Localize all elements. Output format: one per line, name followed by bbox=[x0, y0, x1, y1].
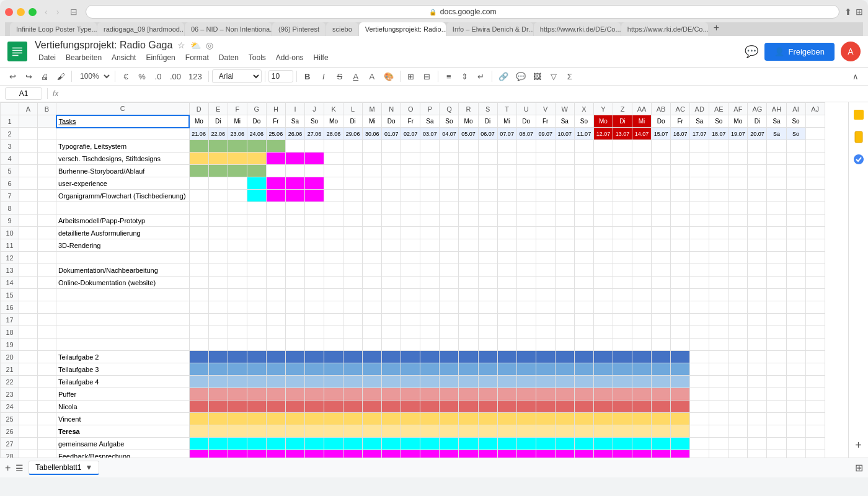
date-cell[interactable] bbox=[748, 177, 767, 190]
date-cell[interactable] bbox=[652, 425, 671, 438]
date-cell[interactable] bbox=[478, 190, 497, 202]
cell-U2[interactable]: 08.07 bbox=[516, 128, 536, 140]
date-cell[interactable] bbox=[671, 202, 690, 215]
date-cell[interactable] bbox=[343, 177, 363, 190]
date-cell[interactable] bbox=[363, 140, 382, 153]
date-cell[interactable] bbox=[632, 289, 652, 301]
align-vertical-button[interactable]: ⇕ bbox=[458, 70, 472, 83]
date-cell[interactable] bbox=[555, 227, 574, 239]
date-cell[interactable] bbox=[304, 289, 324, 301]
date-cell[interactable] bbox=[690, 363, 709, 376]
date-cell[interactable] bbox=[343, 289, 363, 301]
date-cell[interactable] bbox=[767, 227, 786, 239]
date-cell[interactable] bbox=[382, 140, 401, 153]
cell-AJ1[interactable] bbox=[805, 115, 825, 128]
date-cell[interactable] bbox=[420, 388, 440, 401]
date-cell[interactable] bbox=[401, 252, 420, 264]
date-cell[interactable] bbox=[189, 190, 208, 202]
row-number[interactable]: 20 bbox=[1, 351, 19, 363]
cell-label[interactable]: Nicola bbox=[56, 401, 190, 413]
browser-tab-4[interactable]: sciebo bbox=[326, 22, 358, 36]
date-cell[interactable] bbox=[516, 450, 536, 458]
date-cell[interactable] bbox=[420, 277, 440, 289]
row-number[interactable]: 24 bbox=[1, 401, 19, 413]
date-cell[interactable] bbox=[555, 177, 574, 190]
cloud-icon[interactable]: ⛅ bbox=[190, 40, 201, 50]
date-cell[interactable] bbox=[363, 413, 382, 425]
date-cell[interactable] bbox=[709, 177, 728, 190]
cell-Y2[interactable]: 12.07 bbox=[593, 128, 613, 140]
date-cell[interactable] bbox=[459, 140, 478, 153]
cell-label[interactable]: Burhenne-Storyboard/Ablauf bbox=[56, 165, 190, 177]
date-cell[interactable] bbox=[671, 438, 690, 450]
date-cell[interactable] bbox=[382, 351, 401, 363]
date-cell[interactable] bbox=[324, 177, 343, 190]
date-cell[interactable] bbox=[516, 153, 536, 165]
cell-D1[interactable]: Mo bbox=[189, 115, 208, 128]
date-cell[interactable] bbox=[324, 153, 343, 165]
date-cell[interactable] bbox=[536, 277, 555, 289]
cell-a[interactable] bbox=[19, 252, 38, 264]
date-cell[interactable] bbox=[208, 239, 228, 252]
text-color-button[interactable]: A bbox=[365, 70, 379, 83]
date-cell[interactable] bbox=[228, 252, 247, 264]
date-cell[interactable] bbox=[574, 215, 593, 227]
date-cell[interactable] bbox=[266, 425, 285, 438]
date-cell[interactable] bbox=[440, 301, 459, 314]
date-cell[interactable] bbox=[324, 190, 343, 202]
cell-AH2[interactable]: Sa bbox=[767, 128, 786, 140]
date-cell[interactable] bbox=[208, 215, 228, 227]
row-number[interactable]: 12 bbox=[1, 252, 19, 264]
date-cell[interactable] bbox=[671, 140, 690, 153]
date-cell[interactable] bbox=[208, 401, 228, 413]
date-cell[interactable] bbox=[228, 363, 247, 376]
date-cell[interactable] bbox=[709, 153, 728, 165]
date-cell[interactable] bbox=[555, 401, 574, 413]
underline-button[interactable]: A bbox=[348, 70, 363, 83]
date-cell[interactable] bbox=[574, 165, 593, 177]
date-cell[interactable] bbox=[767, 388, 786, 401]
date-cell[interactable] bbox=[401, 165, 420, 177]
date-cell[interactable] bbox=[420, 190, 440, 202]
col-header-X[interactable]: X bbox=[574, 103, 593, 115]
cell-label[interactable]: detaillierte Ausformulierung bbox=[56, 227, 190, 239]
cell-label[interactable] bbox=[56, 314, 190, 326]
cell-label[interactable] bbox=[56, 202, 190, 215]
date-cell[interactable] bbox=[247, 326, 266, 339]
date-cell[interactable] bbox=[208, 351, 228, 363]
date-cell[interactable] bbox=[497, 351, 516, 363]
date-cell[interactable] bbox=[459, 363, 478, 376]
date-cell[interactable] bbox=[401, 339, 420, 351]
date-cell[interactable] bbox=[652, 264, 671, 277]
col-header-AD[interactable]: AD bbox=[690, 103, 709, 115]
font-selector[interactable]: Arial bbox=[212, 69, 262, 83]
cell-S2[interactable]: 06.07 bbox=[478, 128, 497, 140]
date-cell[interactable] bbox=[709, 388, 728, 401]
date-cell[interactable] bbox=[343, 339, 363, 351]
col-header-D[interactable]: D bbox=[189, 103, 208, 115]
font-size-input[interactable] bbox=[268, 70, 293, 82]
date-cell[interactable] bbox=[767, 202, 786, 215]
date-cell[interactable] bbox=[228, 376, 247, 388]
date-cell[interactable] bbox=[208, 450, 228, 458]
cell-L2[interactable]: 29.06 bbox=[343, 128, 363, 140]
date-cell[interactable] bbox=[285, 413, 304, 425]
date-cell[interactable] bbox=[189, 425, 208, 438]
date-cell[interactable] bbox=[440, 413, 459, 425]
menu-addons[interactable]: Add-ons bbox=[272, 52, 308, 63]
date-cell[interactable] bbox=[748, 314, 767, 326]
date-cell[interactable] bbox=[247, 202, 266, 215]
cell-A2[interactable] bbox=[19, 128, 38, 140]
date-cell[interactable] bbox=[671, 227, 690, 239]
date-cell[interactable] bbox=[497, 363, 516, 376]
cell-Q1[interactable]: So bbox=[440, 115, 459, 128]
date-cell[interactable] bbox=[304, 202, 324, 215]
date-cell[interactable] bbox=[574, 326, 593, 339]
date-cell[interactable] bbox=[420, 438, 440, 450]
date-cell[interactable] bbox=[652, 252, 671, 264]
date-cell[interactable] bbox=[613, 289, 632, 301]
date-cell[interactable] bbox=[189, 376, 208, 388]
date-cell[interactable] bbox=[805, 227, 825, 239]
date-cell[interactable] bbox=[440, 140, 459, 153]
date-cell[interactable] bbox=[805, 301, 825, 314]
